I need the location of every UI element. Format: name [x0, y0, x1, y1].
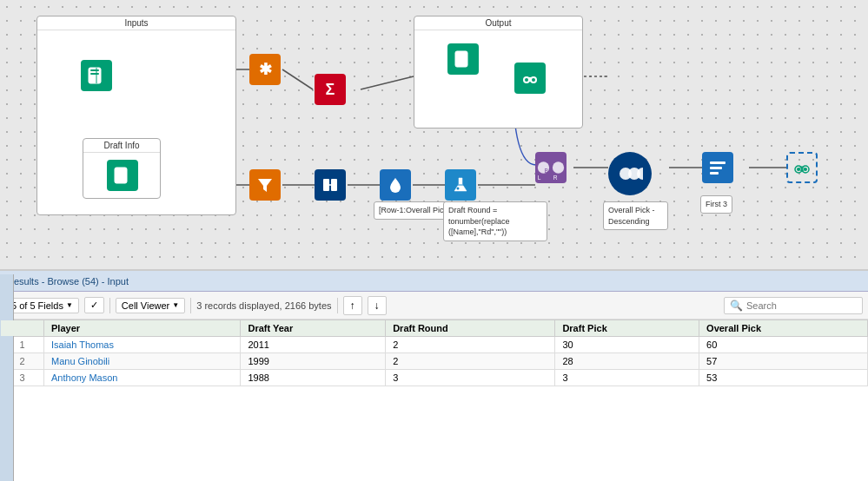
formula-icon-2 — [451, 175, 470, 194]
svg-rect-13 — [90, 69, 99, 71]
output-container: Output — [414, 16, 583, 128]
svg-point-27 — [457, 188, 460, 190]
append-node[interactable] — [315, 169, 346, 201]
table-row: 2 Manu Ginobili 1999 2 28 57 — [1, 353, 868, 370]
draft-info-title: Draft Info — [83, 139, 160, 153]
book-icon-output — [454, 49, 473, 69]
output-box-title: Output — [414, 16, 582, 30]
results-header-text: Results - Browse (54) - Input — [7, 276, 129, 287]
col-header-record — [1, 320, 44, 337]
first3-tooltip: First 3 — [700, 195, 732, 214]
search-icon: 🔍 — [730, 300, 743, 312]
table-header-row: Player Draft Year Draft Round Draft Pick… — [1, 320, 868, 337]
arrow-up-button[interactable]: ↑ — [343, 296, 362, 315]
data-table: Player Draft Year Draft Round Draft Pick… — [0, 320, 868, 481]
col-header-overall-pick: Overall Pick — [699, 320, 868, 337]
sep-2 — [190, 298, 191, 313]
svg-rect-19 — [528, 77, 532, 82]
col-header-draft-round: Draft Round — [386, 320, 555, 337]
browse-final-node[interactable] — [786, 152, 818, 183]
results-toolbar: 5 of 5 Fields ▼ ✓ Cell Viewer ▼ 3 record… — [0, 292, 868, 320]
sort-node[interactable] — [608, 152, 652, 195]
svg-rect-24 — [331, 179, 337, 191]
cell-draft-year-1: 1999 — [241, 353, 386, 370]
sep-3 — [337, 298, 338, 313]
sort-icon — [617, 161, 643, 187]
join-icon: L R B — [535, 151, 567, 184]
svg-rect-14 — [90, 73, 99, 75]
results-panel: Results - Browse (54) - Input 5 of 5 Fie… — [0, 269, 868, 481]
svg-rect-16 — [455, 51, 467, 67]
cell-draft-year-0: 2011 — [241, 337, 386, 353]
search-box: 🔍 — [724, 297, 863, 314]
svg-marker-22 — [258, 179, 272, 192]
svg-rect-23 — [323, 179, 329, 191]
draft-info-box: Draft Info — [83, 138, 161, 199]
formula-join-node[interactable]: ✱ — [249, 54, 281, 85]
filter-icon — [255, 175, 275, 194]
svg-text:B: B — [544, 168, 548, 174]
col-header-player: Player — [44, 320, 241, 337]
records-info: 3 records displayed, 2166 bytes — [196, 300, 331, 311]
cell-draft-round-0: 2 — [386, 337, 555, 353]
cell-draft-pick-2: 3 — [555, 370, 699, 386]
workflow-canvas[interactable]: Inputs Draft Info ✱ Σ — [0, 0, 868, 269]
cell-draft-pick-1: 28 — [555, 353, 699, 370]
formula-node-2[interactable] — [445, 169, 476, 201]
browse-output-node[interactable] — [514, 63, 546, 94]
svg-rect-36 — [710, 161, 726, 164]
fields-button[interactable]: 5 of 5 Fields ▼ — [5, 298, 79, 313]
cell-draft-year-2: 1988 — [241, 370, 386, 386]
sep-1 — [109, 298, 110, 313]
svg-point-42 — [797, 168, 800, 171]
first3-node[interactable] — [702, 152, 733, 183]
first3-icon — [708, 158, 727, 177]
svg-rect-38 — [710, 172, 719, 175]
svg-text:R: R — [553, 175, 558, 181]
inputs-box-title: Inputs — [37, 16, 235, 30]
svg-line-2 — [361, 76, 414, 89]
binoculars-icon-output — [520, 69, 540, 88]
cell-overall-pick-1: 57 — [699, 353, 868, 370]
svg-text:L: L — [538, 175, 541, 181]
svg-point-29 — [553, 161, 564, 173]
cell-draft-round-1: 2 — [386, 353, 555, 370]
formula-icon-1 — [386, 175, 405, 194]
svg-rect-37 — [710, 167, 722, 169]
svg-point-20 — [525, 78, 528, 82]
svg-point-21 — [532, 78, 535, 82]
binoculars-icon-final — [792, 158, 812, 177]
svg-rect-15 — [115, 168, 127, 183]
cell-player-2: Anthony Mason — [44, 370, 241, 386]
cell-player-1: Manu Ginobili — [44, 353, 241, 370]
col-header-draft-year: Draft Year — [241, 320, 386, 337]
arrow-down-button[interactable]: ↓ — [368, 296, 387, 315]
append-icon — [321, 175, 340, 194]
book-icon-draft — [113, 166, 132, 185]
cell-viewer-label: Cell Viewer — [122, 300, 169, 311]
checkmark-button[interactable]: ✓ — [84, 297, 104, 313]
table-row: 1 Isaiah Thomas 2011 2 30 60 — [1, 337, 868, 353]
cell-draft-pick-0: 30 — [555, 337, 699, 353]
input-node-top[interactable] — [81, 60, 112, 91]
svg-line-1 — [282, 69, 313, 89]
left-sidebar-strip — [0, 274, 14, 481]
search-input[interactable] — [746, 300, 859, 311]
book-icon-top — [87, 66, 106, 85]
cell-viewer-button[interactable]: Cell Viewer ▼ — [116, 298, 185, 313]
col-header-draft-pick: Draft Pick — [555, 320, 699, 337]
formula-node-1[interactable] — [380, 169, 411, 201]
table-row: 3 Anthony Mason 1988 3 3 53 — [1, 370, 868, 386]
sort-tooltip: Overall Pick - Descending — [603, 201, 668, 230]
join-node[interactable]: L R B — [535, 152, 567, 183]
output-input-node[interactable] — [447, 43, 479, 75]
svg-point-43 — [804, 168, 807, 171]
results-header: Results - Browse (54) - Input — [0, 271, 868, 292]
summarize-node[interactable]: Σ — [315, 74, 346, 105]
draft-info-node[interactable] — [107, 160, 138, 191]
filter-node[interactable] — [249, 169, 281, 201]
cell-overall-pick-2: 53 — [699, 370, 868, 386]
check-icon: ✓ — [90, 300, 98, 311]
inputs-container: Inputs Draft Info — [36, 16, 236, 215]
cell-player-0: Isaiah Thomas — [44, 337, 241, 353]
